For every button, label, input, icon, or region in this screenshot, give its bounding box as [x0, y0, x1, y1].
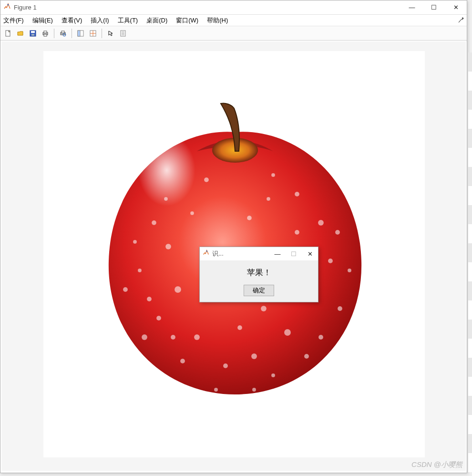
- svg-point-54: [171, 335, 175, 340]
- toolbar-separator: [102, 29, 102, 38]
- print-preview-icon[interactable]: [57, 28, 69, 39]
- svg-point-32: [318, 220, 324, 226]
- dialog-minimize-button[interactable]: —: [269, 247, 286, 260]
- svg-rect-11: [78, 31, 80, 36]
- titlebar[interactable]: Figure 1 — ☐ ✕: [0, 0, 467, 15]
- menu-help[interactable]: 帮助(H): [207, 16, 228, 25]
- toolbar-separator: [72, 29, 72, 38]
- dialog-message: 苹果！: [205, 267, 313, 278]
- svg-point-44: [335, 230, 340, 235]
- svg-rect-5: [44, 31, 47, 33]
- figure-window: Figure 1 — ☐ ✕ 文件(F) 编辑(E) 查看(V) 插入(I) 工…: [0, 0, 467, 473]
- dialog-body: 苹果！ 确定: [200, 260, 318, 302]
- svg-point-38: [142, 334, 147, 340]
- toolbar: [0, 26, 467, 41]
- svg-point-52: [164, 197, 168, 201]
- menu-file[interactable]: 文件(F): [3, 16, 24, 25]
- svg-rect-3: [31, 34, 34, 36]
- window-title: Figure 1: [14, 4, 37, 11]
- menu-edit[interactable]: 编辑(E): [32, 16, 53, 25]
- cursor-icon[interactable]: [105, 28, 116, 39]
- svg-point-28: [251, 353, 257, 359]
- ok-button[interactable]: 确定: [244, 285, 274, 296]
- matlab-icon: [203, 249, 209, 258]
- new-icon[interactable]: [2, 28, 14, 39]
- menu-window[interactable]: 窗口(W): [176, 16, 198, 25]
- svg-point-57: [318, 335, 323, 340]
- svg-rect-6: [44, 34, 47, 36]
- svg-point-27: [223, 363, 228, 368]
- svg-point-49: [237, 325, 242, 330]
- svg-point-23: [138, 269, 142, 272]
- print-icon[interactable]: [40, 28, 51, 39]
- svg-point-35: [204, 177, 209, 182]
- svg-point-21: [152, 220, 156, 225]
- svg-point-58: [295, 230, 299, 235]
- svg-point-25: [156, 316, 161, 321]
- minimize-button[interactable]: —: [401, 0, 423, 15]
- dialog-close-button[interactable]: ✕: [302, 247, 318, 260]
- toolbar-separator: [54, 29, 54, 38]
- svg-point-24: [174, 286, 181, 293]
- svg-point-45: [247, 216, 252, 220]
- svg-point-26: [194, 334, 200, 340]
- svg-point-51: [190, 211, 194, 215]
- svg-point-37: [123, 287, 128, 292]
- svg-point-42: [338, 306, 342, 311]
- dialog-titlebar[interactable]: 识... — ☐ ✕: [200, 247, 318, 260]
- figure-canvas: 识... — ☐ ✕ 苹果！ 确定: [1, 41, 466, 471]
- svg-rect-8: [62, 31, 64, 33]
- svg-point-55: [214, 388, 218, 392]
- svg-point-53: [147, 297, 152, 301]
- svg-point-33: [295, 192, 299, 197]
- menu-desktop[interactable]: 桌面(D): [146, 16, 167, 25]
- svg-point-34: [271, 173, 275, 177]
- svg-point-40: [271, 373, 275, 377]
- dock-arrow-icon[interactable]: [457, 17, 465, 24]
- save-icon[interactable]: [27, 28, 39, 39]
- svg-point-59: [267, 197, 270, 201]
- svg-point-39: [180, 359, 185, 363]
- svg-point-22: [165, 244, 171, 249]
- inspector-icon[interactable]: [117, 28, 129, 39]
- page-edge-decoration: [468, 52, 472, 472]
- menu-insert[interactable]: 插入(I): [91, 16, 109, 25]
- layout-icon[interactable]: [87, 28, 99, 39]
- svg-point-31: [328, 259, 333, 263]
- maximize-button[interactable]: ☐: [423, 0, 445, 15]
- close-button[interactable]: ✕: [445, 0, 467, 15]
- menubar: 文件(F) 编辑(E) 查看(V) 插入(I) 工具(T) 桌面(D) 窗口(W…: [0, 15, 467, 26]
- link-icon[interactable]: [75, 28, 86, 39]
- svg-point-29: [284, 329, 291, 336]
- open-icon[interactable]: [15, 28, 26, 39]
- svg-point-43: [348, 269, 351, 272]
- dialog-title: 识...: [212, 249, 224, 258]
- svg-rect-2: [31, 31, 35, 33]
- matlab-icon: [3, 3, 11, 12]
- svg-point-56: [252, 388, 256, 392]
- dialog-maximize-button: ☐: [286, 247, 302, 260]
- svg-point-48: [261, 306, 267, 311]
- message-dialog: 识... — ☐ ✕ 苹果！ 确定: [199, 247, 318, 302]
- svg-point-36: [133, 240, 137, 244]
- watermark: CSDN @小嘤熊: [411, 460, 462, 469]
- menu-view[interactable]: 查看(V): [62, 16, 82, 25]
- menu-tools[interactable]: 工具(T): [118, 16, 138, 25]
- svg-point-41: [304, 354, 309, 359]
